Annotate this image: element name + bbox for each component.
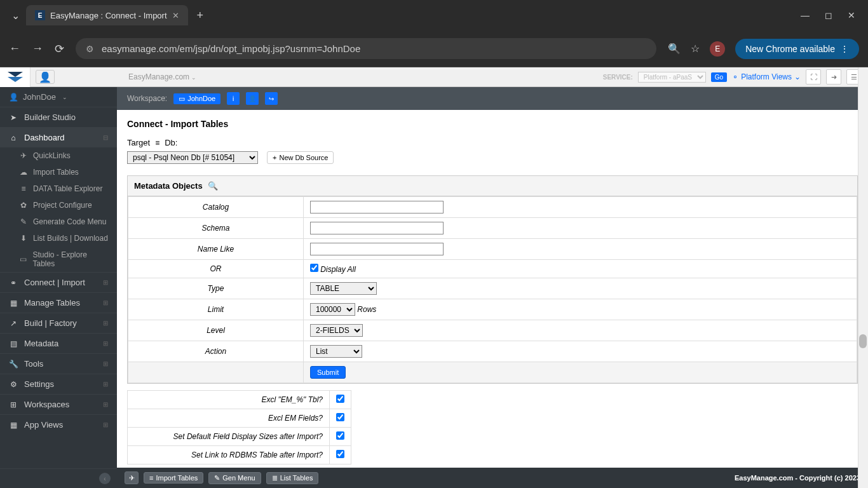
grid-icon: ▦ <box>9 421 18 430</box>
user-icon[interactable]: 👤 <box>246 92 259 105</box>
logout-icon[interactable]: ↪ <box>265 92 278 105</box>
db-select[interactable]: psql - Psql Neon Db [# 51054] <box>127 151 258 164</box>
list-icon: ≣ <box>272 474 278 482</box>
window-controls: — ◻ ✕ <box>801 10 863 20</box>
limit-select[interactable]: 100000 <box>310 303 355 316</box>
type-select[interactable]: TABLE <box>310 282 377 295</box>
chrome-update-button[interactable]: New Chrome available ⋮ <box>735 39 859 59</box>
fullscreen-icon[interactable]: ⛶ <box>806 69 821 85</box>
book-icon: ▤ <box>9 339 18 348</box>
metadata-header: Metadata Objects 🔍 <box>128 176 857 196</box>
set-default-checkbox[interactable] <box>336 431 344 440</box>
catalog-input[interactable] <box>310 201 444 214</box>
sidebar-collapse-button[interactable]: ‹ <box>0 468 117 488</box>
close-window-icon[interactable]: ✕ <box>848 10 855 20</box>
sidebar-tools[interactable]: 🔧Tools⊞ <box>0 353 117 374</box>
go-button[interactable]: Go <box>711 72 727 82</box>
sidebar-project-configure[interactable]: ✿Project Configure <box>0 197 117 214</box>
options-table: Excl "EM_%" Tbl? Excl EM Fields? Set Def… <box>127 390 351 464</box>
logout-icon[interactable]: ➜ <box>826 69 841 85</box>
external-icon: ↗ <box>9 319 18 328</box>
scrollbar-thumb[interactable] <box>859 334 867 348</box>
sidebar-quicklinks[interactable]: ✈QuickLinks <box>0 147 117 164</box>
database-icon: ≡ <box>149 474 153 482</box>
sidebar-dashboard[interactable]: ⌂ Dashboard ⊟ <box>0 127 117 147</box>
app-logo[interactable] <box>0 67 31 87</box>
wrench-icon: 🔧 <box>9 360 18 369</box>
display-all-checkbox[interactable] <box>310 264 318 272</box>
excl-em-fields-label: Excl EM Fields? <box>128 409 330 428</box>
table-icon: ▦ <box>9 299 18 308</box>
profile-avatar[interactable]: E <box>710 41 725 57</box>
search-icon[interactable]: 🔍 <box>208 181 218 191</box>
submit-button[interactable]: Submit <box>310 366 346 379</box>
footer-list-tables-button[interactable]: ≣List Tables <box>266 472 319 484</box>
action-select[interactable]: List <box>310 345 362 358</box>
copyright: EasyManage.com - Copyright (c) 2023 <box>735 474 860 482</box>
service-select[interactable]: Platform - aPaaS <box>638 72 706 83</box>
expand-icon[interactable]: ⊞ <box>103 320 108 327</box>
sidebar-import-tables[interactable]: ☁Import Tables <box>0 164 117 180</box>
scrollbar[interactable] <box>858 67 868 488</box>
new-db-source-button[interactable]: +New Db Source <box>267 151 334 164</box>
browser-tab[interactable]: E EasyManage : Connect - Import ✕ <box>26 5 188 25</box>
collapse-icon[interactable]: ⊟ <box>103 134 108 141</box>
footer-gen-menu-button[interactable]: ✎Gen Menu <box>208 472 261 484</box>
set-link-checkbox[interactable] <box>336 450 344 458</box>
sidebar-user[interactable]: 👤 JohnDoe ⌄ <box>0 87 117 107</box>
expand-icon[interactable]: ⊞ <box>103 340 108 347</box>
reload-icon[interactable]: ⟳ <box>55 42 64 56</box>
expand-icon[interactable]: ⊞ <box>103 299 108 306</box>
sidebar-settings[interactable]: ⚙Settings⊞ <box>0 374 117 394</box>
schema-input[interactable] <box>310 222 444 234</box>
level-select[interactable]: 2-FIELDS <box>310 324 363 337</box>
expand-icon[interactable]: ⊞ <box>103 401 108 408</box>
sidebar-data-explorer[interactable]: ≡DATA Table Explorer <box>0 180 117 197</box>
sidebar-build-factory[interactable]: ↗Build | Factory⊞ <box>0 313 117 333</box>
platform-views-link[interactable]: ⚬ Platform Views ⌄ <box>732 72 801 81</box>
expand-icon[interactable]: ⊞ <box>103 360 108 367</box>
minimize-icon[interactable]: — <box>801 10 810 20</box>
url-bar[interactable]: ⚙ easymanage.com/em/jsp/dn/opt_impobj.js… <box>76 38 656 59</box>
briefcase-icon: ▭ <box>179 95 185 103</box>
maximize-icon[interactable]: ◻ <box>825 10 832 20</box>
user-icon: 👤 <box>9 93 18 102</box>
name-like-input[interactable] <box>310 243 444 255</box>
sidebar-list-builds[interactable]: ⬇List Builds | Download <box>0 230 117 247</box>
sidebar-connect-import[interactable]: ⚭Connect | Import⊞ <box>0 272 117 292</box>
workspace-badge[interactable]: ▭JohnDoe <box>173 93 220 104</box>
breadcrumb[interactable]: EasyManage.com⌄ <box>128 72 196 81</box>
sidebar-generate-code[interactable]: ✎Generate Code Menu <box>0 214 117 230</box>
edit-icon: ✎ <box>19 217 28 226</box>
sidebar-studio-explore[interactable]: ▭Studio - Explore Tables <box>0 247 117 272</box>
footer-import-tables-button[interactable]: ≡Import Tables <box>144 472 203 484</box>
send-button[interactable]: ✈ <box>125 471 139 484</box>
catalog-label: Catalog <box>128 197 304 218</box>
back-icon[interactable]: ← <box>9 42 20 55</box>
sidebar-workspaces[interactable]: ⊞Workspaces⊞ <box>0 394 117 414</box>
home-icon: ⌂ <box>9 133 18 142</box>
expand-icon[interactable]: ⊞ <box>103 381 108 388</box>
bookmark-icon[interactable]: ☆ <box>691 43 700 55</box>
page-title: Connect - Import Tables <box>127 119 858 129</box>
expand-icon[interactable]: ⊞ <box>103 279 108 286</box>
caret-down-icon: ⌄ <box>62 94 67 100</box>
info-icon[interactable]: i <box>227 92 240 105</box>
sidebar-metadata[interactable]: ▤Metadata⊞ <box>0 333 117 353</box>
close-tab-icon[interactable]: ✕ <box>172 11 179 20</box>
user-icon[interactable]: 👤 <box>36 70 55 84</box>
workspace-bar: Workspace: ▭JohnDoe i 👤 ↪ <box>117 87 868 110</box>
site-info-icon[interactable]: ⚙ <box>86 44 94 54</box>
sidebar-app-views[interactable]: ▦App Views⊞ <box>0 414 117 435</box>
expand-icon[interactable]: ⊞ <box>103 421 108 428</box>
tab-search-dropdown-icon[interactable]: ⌄ <box>5 10 26 22</box>
excl-em-tbl-checkbox[interactable] <box>336 395 344 403</box>
caret-down-icon: ⌄ <box>191 74 196 81</box>
new-tab-button[interactable]: + <box>188 9 213 22</box>
excl-em-fields-checkbox[interactable] <box>336 413 344 421</box>
zoom-icon[interactable]: 🔍 <box>668 43 681 55</box>
sidebar-manage-tables[interactable]: ▦Manage Tables⊞ <box>0 292 117 313</box>
forward-icon[interactable]: → <box>32 42 43 55</box>
browser-toolbar: ← → ⟳ ⚙ easymanage.com/em/jsp/dn/opt_imp… <box>0 30 868 67</box>
sidebar-builder-studio[interactable]: ➤ Builder Studio <box>0 107 117 127</box>
